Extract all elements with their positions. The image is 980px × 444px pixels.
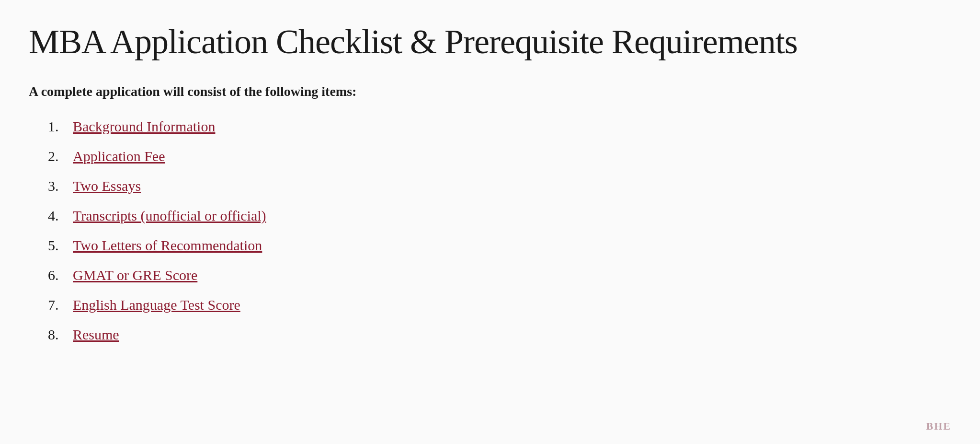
- item-link[interactable]: English Language Test Score: [73, 297, 240, 313]
- item-number: 8.: [48, 327, 73, 343]
- list-item: 6.GMAT or GRE Score: [48, 267, 951, 283]
- item-link[interactable]: GMAT or GRE Score: [73, 267, 197, 283]
- intro-text: A complete application will consist of t…: [29, 84, 951, 99]
- list-item: 5.Two Letters of Recommendation: [48, 237, 951, 254]
- list-item: 2.Application Fee: [48, 148, 951, 164]
- list-item: 3.Two Essays: [48, 178, 951, 194]
- page-title: MBA Application Checklist & Prerequisite…: [29, 23, 951, 61]
- item-link[interactable]: Transcripts (unofficial or official): [73, 208, 266, 224]
- item-number: 3.: [48, 178, 73, 194]
- item-number: 7.: [48, 297, 73, 313]
- item-link[interactable]: Background Information: [73, 118, 215, 135]
- item-number: 5.: [48, 237, 73, 254]
- item-number: 2.: [48, 148, 73, 164]
- list-item: 1.Background Information: [48, 118, 951, 135]
- list-item: 7.English Language Test Score: [48, 297, 951, 313]
- item-link[interactable]: Two Letters of Recommendation: [73, 237, 262, 254]
- item-link[interactable]: Two Essays: [73, 178, 141, 194]
- brand-logo: BHE: [926, 420, 951, 432]
- item-number: 6.: [48, 267, 73, 283]
- list-item: 8.Resume: [48, 327, 951, 343]
- checklist: 1.Background Information2.Application Fe…: [48, 118, 951, 343]
- item-number: 4.: [48, 208, 73, 224]
- item-link[interactable]: Resume: [73, 327, 119, 343]
- list-item: 4.Transcripts (unofficial or official): [48, 208, 951, 224]
- item-number: 1.: [48, 118, 73, 135]
- item-link[interactable]: Application Fee: [73, 148, 165, 164]
